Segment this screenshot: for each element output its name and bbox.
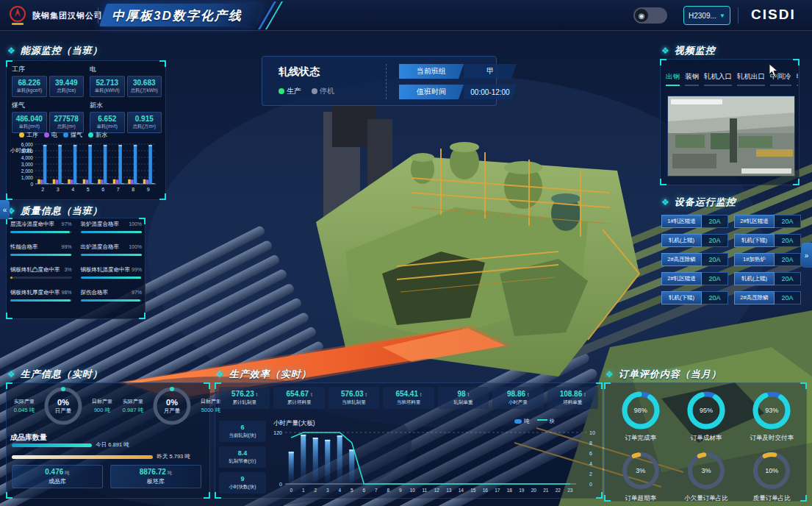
energy-group-name: 煤气 (12, 101, 84, 110)
quality-value: 100% (129, 221, 142, 227)
collapse-right-handle[interactable]: » (801, 243, 812, 268)
device-value: 20A (702, 234, 728, 247)
device-row[interactable]: 2#高压除鳞20A (734, 291, 802, 304)
device-row[interactable]: 轧机(上辊)20A (734, 272, 802, 285)
gauge-group: 实际产量0.987 吨0%月产量目标产量5000 吨 (118, 385, 226, 427)
svg-text:1: 1 (302, 488, 305, 493)
status-legend-label: 停机 (320, 86, 334, 96)
energy-stat-unit: 总耗(m³) (51, 124, 82, 130)
svg-text:12: 12 (434, 488, 440, 493)
device-value: 20A (702, 253, 728, 266)
inventory-bar-label: 今日 6.891 吨 (96, 441, 129, 449)
quality-item: 探伤合格率97% (81, 289, 143, 302)
shift-badge: 当前班组 甲 (399, 64, 517, 79)
donut-value: 98% (620, 390, 661, 431)
diamond-icon: ❖ (661, 197, 670, 207)
quality-label: 钢板终轧凸度命中率 (10, 266, 60, 274)
device-row[interactable]: 轧机(上辊)20A (661, 234, 730, 247)
energy-group-name: 新水 (90, 101, 162, 110)
gauge-right-value: 900 吨 (87, 407, 118, 414)
energy-stat-value: 0.915 (129, 115, 160, 123)
device-row[interactable]: 2#轧区辊道20A (661, 272, 730, 285)
diamond-icon: ❖ (7, 46, 16, 56)
gauge-percent: 0% (166, 398, 178, 407)
device-row[interactable]: 轧机(下辊)20A (734, 234, 802, 247)
gauge-left-side: 实际产量0.987 吨 (118, 398, 148, 414)
inventory-card-value: 8876.72吨 (140, 468, 173, 477)
stat-unit: t (365, 392, 367, 397)
device-row[interactable]: 2#高压除鳞20A (661, 253, 730, 266)
heat-number-dropdown[interactable]: H2309... ▼ (683, 6, 730, 25)
device-value: 20A (775, 215, 801, 228)
svg-text:3: 3 (326, 488, 329, 493)
donut-ring: 93% (751, 390, 792, 431)
video-tab-5[interactable]: 电动辊 (797, 72, 799, 86)
svg-text:21: 21 (543, 488, 549, 493)
gauge-text: 0%日产量 (43, 385, 84, 427)
inventory-bar (12, 443, 92, 447)
efficiency-stat-label: 轧制单重 (439, 399, 487, 406)
efficiency-stat-card: 98 t轧制单重 (438, 387, 489, 409)
video-tab-3[interactable]: 轧机出口 (737, 72, 765, 86)
video-tab-0[interactable]: 出钢 (666, 72, 680, 86)
device-row[interactable]: 2#轧区辊道20A (734, 215, 802, 228)
quality-item: 出炉温度合格率100% (81, 243, 143, 256)
svg-text:6: 6 (101, 187, 104, 192)
svg-text:10: 10 (589, 430, 595, 435)
video-tab-1[interactable]: 装钢 (685, 72, 699, 86)
device-row[interactable]: 1#轧区辊道20A (661, 215, 730, 228)
energy-stat-unit: 总耗(万m³) (129, 124, 160, 130)
quality-row: 出炉温度合格率100% (81, 243, 143, 251)
hourly-legend-item: 块 (537, 418, 556, 425)
efficiency-stat-label: 累计坯料量 (275, 399, 323, 406)
efficiency-stat-label: 当班轧制量 (330, 399, 378, 406)
energy-legend: 工序电煤气新水 (19, 131, 159, 139)
svg-text:6: 6 (589, 451, 592, 456)
gauge-text: 0%月产量 (151, 385, 193, 427)
efficiency-side-card: 9小时块数(块) (219, 472, 266, 493)
time-badge-value: 00:00-12:00 (464, 85, 517, 99)
svg-text:11: 11 (422, 488, 427, 493)
efficiency-stat-value: 654.67 t (275, 390, 323, 398)
device-row[interactable]: 轧机(下辊)20A (661, 291, 730, 304)
energy-group-name: 工序 (12, 65, 84, 74)
cisdi-logo: CISDI (751, 7, 796, 23)
energy-group-name: 电 (90, 65, 162, 74)
device-label: 轧机(上辊) (661, 234, 702, 247)
inventory-card-unit: 吨 (65, 470, 70, 475)
collapse-left-handle[interactable]: « (0, 200, 10, 219)
order-donuts: 98%订单完成率95%订单成材率93%订单及时交付率3%订单超期率3%小欠量订单… (610, 390, 802, 503)
svg-text:13: 13 (446, 488, 452, 493)
svg-text:9: 9 (399, 488, 402, 493)
efficiency-stat-card: 654.67 t累计坯料量 (273, 387, 324, 409)
visibility-toggle[interactable]: ◉ (633, 7, 667, 24)
stat-number: 654.41 (395, 390, 418, 398)
time-badge: 值班时间 00:00-12:00 (399, 85, 517, 99)
energy-stat-value: 277578 (51, 115, 82, 123)
quality-value: 98% (62, 290, 72, 295)
stat-number: 654.67 (287, 390, 309, 398)
order-donut: 93%订单及时交付率 (741, 390, 802, 443)
quality-label: 层流冷温度命中率 (10, 221, 54, 228)
donut-ring: 3% (686, 450, 727, 491)
energy-stat-unit: 单耗(kWh/t) (92, 88, 123, 94)
quality-value: 99% (132, 267, 142, 272)
diamond-icon: ❖ (606, 369, 614, 380)
energy-panel-title: ❖ 能源监控（当班） (7, 44, 103, 57)
svg-text:9: 9 (147, 187, 150, 192)
device-row[interactable]: 1#加热炉20A (734, 253, 802, 266)
donut-label: 小欠量订单占比 (684, 494, 728, 503)
side-stat-label: 当前轧制(块) (220, 432, 265, 439)
legend-item: 煤气 (63, 131, 82, 139)
quality-bar-track (81, 299, 143, 302)
video-feed[interactable] (667, 96, 795, 177)
quality-row: 性能合格率99% (10, 243, 72, 251)
order-donut: 3%订单超期率 (610, 450, 671, 503)
svg-text:0: 0 (589, 482, 592, 487)
video-tab-2[interactable]: 轧机入口 (704, 72, 732, 86)
legend-label: 工序 (26, 131, 38, 139)
inventory-card-label: 成品库 (48, 477, 66, 485)
energy-stat-unit: 总耗(tce) (51, 88, 82, 94)
device-label: 2#轧区辊道 (734, 215, 775, 228)
order-donut: 3%小欠量订单占比 (675, 450, 736, 503)
